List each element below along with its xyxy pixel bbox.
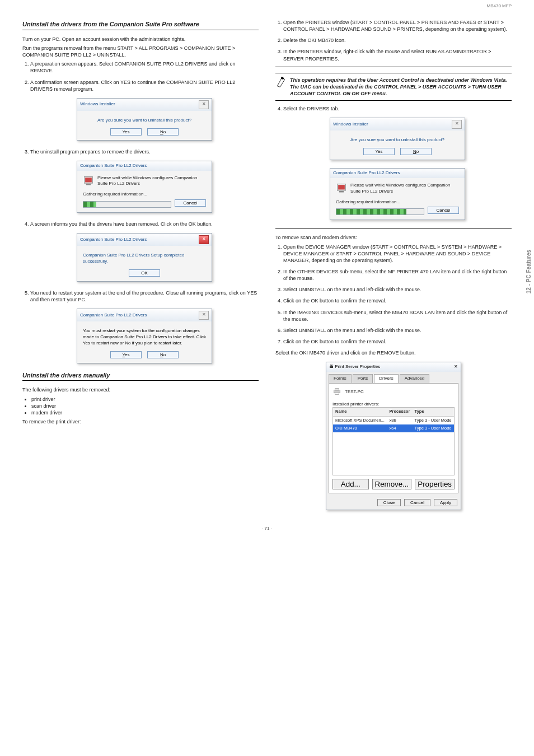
- steps-list: A preparation screen appears. Select COM…: [22, 60, 259, 363]
- steps-list: Open the DEVICE MANAGER window (START > …: [275, 244, 512, 346]
- cell: Microsoft XPS Documen...: [333, 416, 387, 424]
- printer-icon: [332, 387, 341, 398]
- installer-icon: [336, 183, 347, 196]
- tab-drivers[interactable]: Drivers: [374, 374, 398, 383]
- driver-table[interactable]: Name Processor Type Microsoft XPS Docume…: [332, 407, 455, 475]
- paragraph: To remove the print driver:: [22, 418, 259, 425]
- close-icon[interactable]: ✕: [454, 364, 458, 370]
- left-column: Uninstall the drivers from the Companion…: [22, 17, 259, 516]
- note-block: This operation requires that the User Ac…: [275, 73, 512, 101]
- progress-bar: [336, 208, 424, 215]
- dialog-title: Companion Suite Pro LL2 Drivers: [333, 170, 400, 176]
- no-button[interactable]: No: [147, 128, 179, 136]
- bullet-list: print driver scan driver modem driver: [22, 396, 259, 416]
- table-row[interactable]: Microsoft XPS Documen... x86 Type 3 - Us…: [333, 416, 454, 424]
- step: In the IMAGING DEVICES sub-menu, select …: [283, 309, 512, 323]
- step: You need to restart your system at the e…: [30, 290, 259, 363]
- list-item: modem driver: [31, 409, 259, 416]
- step-text: You need to restart your system at the e…: [30, 290, 257, 302]
- paragraph: The following drivers must be removed:: [22, 386, 259, 393]
- list-label: Installed printer drivers:: [332, 402, 455, 408]
- steps-list: Open the PRINTERS window (START > CONTRO…: [275, 19, 512, 62]
- svg-rect-1: [85, 178, 92, 182]
- svg-rect-9: [335, 393, 339, 394]
- dialog-message: Please wait while Windows configures Com…: [97, 175, 206, 188]
- properties-button[interactable]: Properties: [415, 479, 455, 489]
- ok-button[interactable]: OK: [129, 269, 160, 277]
- svg-rect-8: [335, 389, 339, 390]
- divider: [275, 67, 512, 67]
- tab-bar: Forms Ports Drivers Advanced: [329, 374, 458, 383]
- cancel-button[interactable]: Cancel: [404, 499, 430, 506]
- page-number: - 71 -: [22, 526, 512, 532]
- close-icon[interactable]: ✕: [199, 311, 209, 320]
- no-button[interactable]: No: [400, 148, 432, 155]
- svg-rect-2: [86, 184, 91, 185]
- tab-ports[interactable]: Ports: [353, 374, 373, 383]
- dialog-title: Windows Installer: [333, 122, 368, 128]
- steps-list: Select the DRIVERS tab. Windows Installe…: [275, 105, 512, 220]
- step-text: Select the DRIVERS tab.: [283, 106, 339, 111]
- dialog-title: Windows Installer: [80, 101, 115, 108]
- step: Click on the OK button to confirm the re…: [283, 297, 512, 304]
- yes-button[interactable]: Yes: [363, 148, 395, 155]
- yes-button[interactable]: Yes: [110, 351, 142, 358]
- dialog-title: Companion Suite Pro LL2 Drivers: [80, 163, 147, 169]
- dialog-preparing: Companion Suite Pro LL2 Drivers Please w…: [330, 168, 465, 220]
- dialog-message: Companion Suite Pro LL2 Drivers Setup co…: [83, 253, 206, 265]
- cancel-button[interactable]: Cancel: [175, 199, 206, 207]
- server-name: TEST-PC: [345, 389, 364, 395]
- dialog-message: Please wait while Windows configures Com…: [350, 183, 459, 195]
- note-text: This operation requires that the User Ac…: [290, 77, 512, 97]
- column-header[interactable]: Processor: [387, 408, 413, 416]
- paragraph: Select the OKI MB470 driver and click on…: [275, 349, 512, 356]
- close-button[interactable]: Close: [377, 499, 401, 506]
- svg-rect-6: [339, 191, 344, 193]
- section-heading: Uninstall the drivers manually: [22, 371, 259, 380]
- status-text: Gathering required information...: [83, 192, 206, 198]
- step: Select UNINSTALL on the menu and left-cl…: [283, 327, 512, 334]
- dialog-restart: Companion Suite Pro LL2 Drivers ✕ You mu…: [77, 309, 212, 363]
- divider: [275, 228, 512, 228]
- cancel-button[interactable]: Cancel: [428, 207, 459, 214]
- close-icon[interactable]: ✕: [199, 100, 209, 109]
- installer-icon: [83, 175, 94, 189]
- right-column: Open the PRINTERS window (START > CONTRO…: [275, 17, 512, 516]
- tab-forms[interactable]: Forms: [329, 374, 352, 383]
- divider: [22, 380, 259, 381]
- remove-button[interactable]: Remove...: [372, 479, 412, 489]
- list-item: scan driver: [31, 403, 259, 409]
- brand-name: MB470 MFP: [487, 3, 512, 10]
- step: Select UNINSTALL on the menu and left-cl…: [283, 286, 512, 293]
- step-text: The uninstall program prepares to remove…: [30, 149, 151, 155]
- close-icon[interactable]: ✕: [199, 235, 209, 244]
- yes-button[interactable]: Yes: [110, 128, 142, 136]
- section-heading: Uninstall the drivers from the Companion…: [22, 20, 259, 29]
- paragraph: Turn on your PC. Open an account session…: [22, 36, 259, 43]
- cell: x64: [387, 424, 413, 432]
- step: Open the PRINTERS window (START > CONTRO…: [283, 19, 512, 32]
- table-row[interactable]: OKI MB470 x64 Type 3 - User Mode: [333, 424, 454, 432]
- cell: Type 3 - User Mode: [413, 416, 454, 424]
- dialog-uninstall-confirm: Windows Installer ✕ Are you sure you wan…: [330, 118, 465, 160]
- list-item: print driver: [31, 396, 259, 403]
- svg-rect-5: [338, 185, 345, 189]
- dialog-message: Are you sure you want to uninstall this …: [336, 137, 459, 143]
- add-button[interactable]: Add...: [332, 479, 369, 489]
- column-header[interactable]: Name: [333, 408, 387, 416]
- tab-advanced[interactable]: Advanced: [400, 374, 430, 383]
- print-server-properties-dialog: 🖶 Print Server Properties ✕ Forms Ports …: [326, 362, 461, 510]
- dialog-message: Are you sure you want to uninstall this …: [83, 118, 206, 124]
- close-icon[interactable]: ✕: [452, 120, 462, 129]
- step: In the OTHER DEVICES sub-menu, select th…: [283, 268, 512, 282]
- cell: x86: [387, 416, 413, 424]
- step: Select the DRIVERS tab. Windows Installe…: [283, 105, 512, 220]
- note-icon: [275, 77, 287, 90]
- no-button[interactable]: No: [147, 351, 179, 358]
- dialog-message: You must restart your system for the con…: [83, 328, 206, 346]
- step: Delete the OKI MB470 icon.: [283, 37, 512, 44]
- column-header[interactable]: Type: [413, 408, 454, 416]
- apply-button[interactable]: Apply: [434, 499, 457, 506]
- status-text: Gathering required information...: [336, 199, 459, 206]
- step: The uninstall program prepares to remove…: [30, 148, 259, 213]
